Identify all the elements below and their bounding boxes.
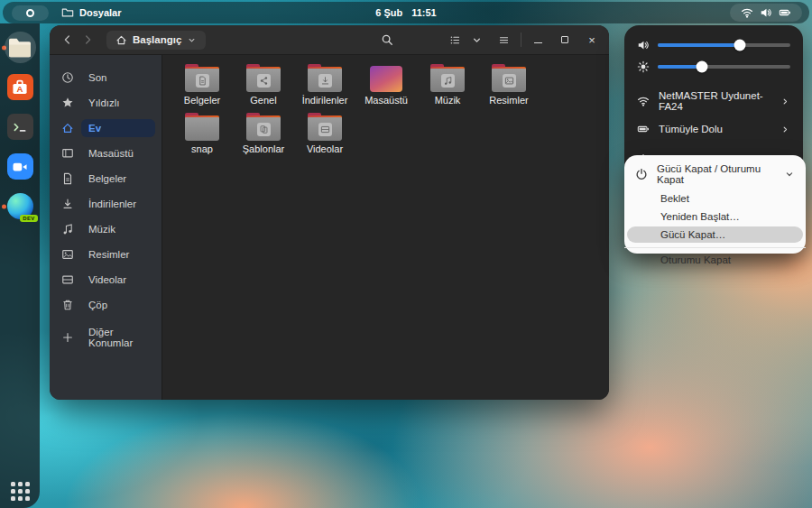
sidebar-item-label: Ev [81, 119, 155, 137]
menu-row-netmaster-uydunet-fa24[interactable]: NetMASTER Uydunet-FA24 [624, 85, 803, 117]
sidebar-item-label: İndirilenler [81, 195, 155, 213]
sidebar-item-label: Yıldızlı [81, 94, 155, 112]
clock-button[interactable]: 6 Şub 11:51 [364, 5, 447, 21]
sidebar-item-resimler[interactable]: Resimler [56, 244, 155, 265]
maximize-button[interactable] [556, 31, 574, 49]
dock-item-terminal[interactable] [5, 111, 36, 143]
battery-icon [637, 123, 650, 135]
close-button[interactable]: × [583, 31, 601, 49]
power-menu-item-label: Beklet [660, 191, 800, 206]
folder-genel[interactable]: Genel [233, 64, 294, 106]
hamburger-menu-icon [498, 34, 510, 46]
dock-item-edge-dev[interactable]: DEV [5, 190, 36, 222]
download-icon [61, 198, 74, 210]
folder-muzik[interactable]: Müzik [417, 64, 478, 106]
document-icon [198, 76, 208, 86]
sidebar-item-label: Müzik [81, 220, 155, 238]
sidebar-item-ev[interactable]: Ev [56, 117, 155, 139]
list-view-button[interactable] [445, 30, 465, 50]
folder-belgeler[interactable]: Belgeler [171, 64, 233, 106]
desktop-icon [61, 147, 74, 160]
power-menu-item-gucu-kapat[interactable]: Gücü Kapat… [624, 226, 806, 244]
sidebar-item-label: Belgeler [81, 170, 155, 188]
star-icon [61, 97, 74, 109]
dock-item-ubuntu-software[interactable]: A [5, 71, 36, 103]
folder-resimler[interactable]: Resimler [478, 64, 540, 106]
folder-icon [429, 64, 466, 92]
chevron-down-icon [187, 35, 197, 45]
document-icon [196, 74, 209, 88]
menu-row-label: Tümüyle Dolu [659, 124, 723, 134]
volume-slider-knob[interactable] [734, 40, 746, 51]
ubuntu-software-icon: A [7, 74, 33, 100]
folder-icon [307, 113, 343, 141]
location-label: Başlangıç [133, 34, 181, 45]
volume-slider[interactable] [658, 43, 790, 47]
sidebar-item-masaustu[interactable]: Masaüstü [56, 143, 155, 164]
main-menu-button[interactable] [494, 30, 513, 50]
activities-button[interactable] [12, 5, 49, 21]
forward-icon [81, 33, 94, 46]
show-apps-button[interactable] [0, 482, 40, 501]
app-menu-label: Dosyalar [79, 7, 121, 18]
sidebar-item-diger-konumlar[interactable]: Diğer Konumlar [56, 327, 155, 348]
sidebar-item-son[interactable]: Son [56, 67, 155, 88]
sidebar-item-label: Resimler [81, 245, 155, 263]
dock-item-zoom[interactable] [5, 151, 36, 182]
folder-i-ndirilenler[interactable]: İndirilenler [294, 64, 355, 106]
folder-icon [184, 64, 220, 92]
music-icon [441, 74, 455, 88]
edge-dev-icon: DEV [7, 193, 33, 219]
battery-icon [779, 6, 791, 19]
folder-icon [245, 64, 281, 92]
files-window: Başlangıç × SonYıldızlıEvMasaüstüBelgele… [50, 25, 609, 400]
dock-item-files[interactable] [5, 32, 36, 63]
video-icon [318, 123, 332, 136]
power-menu-item-beklet[interactable]: Beklet [624, 189, 806, 208]
sidebar-item-label: Son [81, 69, 155, 87]
minimize-button[interactable] [529, 31, 547, 49]
location-button[interactable]: Başlangıç [106, 31, 206, 50]
sidebar-item-videolar[interactable]: Videolar [56, 269, 155, 291]
chevron-right-icon [780, 125, 790, 134]
grid-icon [11, 482, 30, 501]
forward-button[interactable] [78, 30, 97, 50]
clock-time: 11:51 [411, 7, 437, 18]
power-menu-item-yeniden-baslat[interactable]: Yeniden Başlat… [624, 208, 806, 226]
system-status-area[interactable] [730, 4, 802, 22]
folder-label: Belgeler [184, 95, 220, 106]
folder-label: Resimler [489, 95, 528, 106]
folder-videolar[interactable]: Videolar [294, 113, 355, 154]
folder-grid: BelgelerGenelİndirilenlerMasaüstüMüzikRe… [162, 55, 609, 400]
dock: ADEV [0, 23, 40, 508]
back-button[interactable] [58, 30, 78, 50]
app-menu-button[interactable]: Dosyalar [61, 6, 121, 19]
folder-label: Masaüstü [364, 95, 408, 106]
search-button[interactable] [376, 29, 398, 51]
power-menu-item-oturumu-kapat[interactable]: Oturumu Kapat [624, 251, 806, 269]
list-view-icon [449, 34, 461, 46]
sidebar-item-belgeler[interactable]: Belgeler [56, 168, 155, 189]
sidebar-item-yildizli[interactable]: Yıldızlı [56, 92, 155, 114]
sidebar-item-cop[interactable]: Çöp [56, 294, 155, 316]
brightness-slider[interactable] [658, 65, 790, 69]
sidebar-item-i-ndirilenler[interactable]: İndirilenler [56, 193, 155, 215]
power-menu-header[interactable]: Gücü Kapat / Oturumu Kapat [624, 160, 806, 189]
brightness-slider-knob[interactable] [696, 61, 707, 73]
view-options-button[interactable] [466, 30, 486, 50]
terminal-icon [7, 114, 33, 140]
folder-icon [491, 64, 527, 92]
folder-sablonlar[interactable]: Şablonlar [233, 113, 294, 154]
folder-masaustu[interactable]: Masaüstü [355, 64, 417, 106]
volume-icon [760, 6, 772, 19]
folder-label: İndirilenler [302, 95, 348, 106]
music-icon [61, 223, 74, 236]
video-icon [320, 125, 330, 134]
menu-row-tumuyle-dolu[interactable]: Tümüyle Dolu [624, 117, 803, 141]
home-icon [115, 34, 127, 46]
sidebar-item-muzik[interactable]: Müzik [56, 218, 155, 240]
chevron-right-icon [780, 97, 790, 106]
music-icon [443, 76, 453, 86]
header-separator [521, 32, 521, 47]
folder-snap[interactable]: snap [171, 113, 233, 154]
